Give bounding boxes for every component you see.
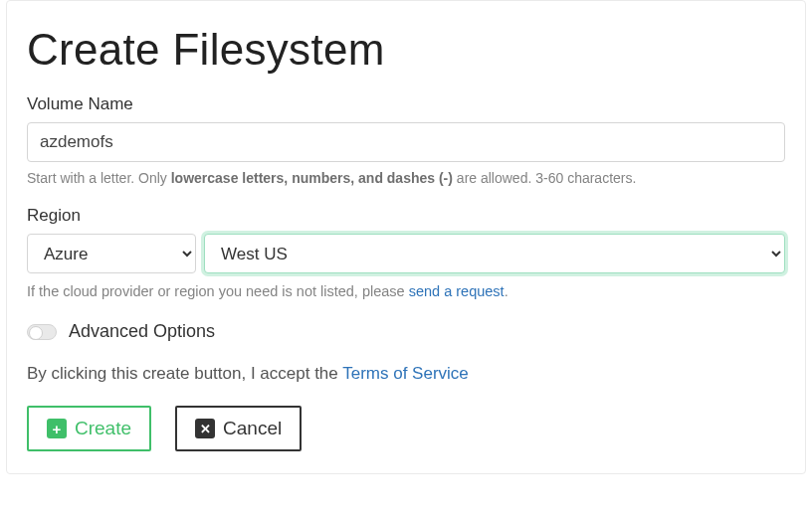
region-label: Region xyxy=(27,206,785,226)
region-row: Azure West US xyxy=(27,234,785,273)
region-help-suffix: . xyxy=(505,283,508,299)
advanced-toggle[interactable] xyxy=(27,324,57,340)
advanced-label: Advanced Options xyxy=(69,321,215,342)
volume-section: Volume Name Start with a letter. Only lo… xyxy=(27,94,785,186)
volume-name-help: Start with a letter. Only lowercase lett… xyxy=(27,170,785,186)
cancel-button[interactable]: ✕ Cancel xyxy=(175,406,302,451)
provider-select[interactable]: Azure xyxy=(27,234,196,273)
page-title: Create Filesystem xyxy=(27,25,785,75)
help-strong: lowercase letters, numbers, and dashes (… xyxy=(171,170,453,186)
cancel-button-label: Cancel xyxy=(223,418,282,439)
create-filesystem-card: Create Filesystem Volume Name Start with… xyxy=(6,0,806,474)
create-button[interactable]: + Create xyxy=(27,406,151,451)
help-prefix: Start with a letter. Only xyxy=(27,170,171,186)
plus-icon: + xyxy=(47,419,67,438)
region-help: If the cloud provider or region you need… xyxy=(27,283,785,299)
advanced-row: Advanced Options xyxy=(27,321,785,342)
send-request-link[interactable]: send a request xyxy=(409,283,505,299)
region-help-prefix: If the cloud provider or region you need… xyxy=(27,283,409,299)
volume-name-label: Volume Name xyxy=(27,94,785,114)
terms-link[interactable]: Terms of Service xyxy=(342,364,469,383)
create-button-label: Create xyxy=(75,418,131,439)
volume-name-input[interactable] xyxy=(27,122,785,162)
region-select[interactable]: West US xyxy=(204,234,785,273)
button-row: + Create ✕ Cancel xyxy=(27,406,785,451)
accept-prefix: By clicking this create button, I accept… xyxy=(27,364,342,383)
accept-line: By clicking this create button, I accept… xyxy=(27,364,785,384)
help-suffix: are allowed. 3-60 characters. xyxy=(453,170,636,186)
region-section: Region Azure West US If the cloud provid… xyxy=(27,206,785,299)
close-icon: ✕ xyxy=(195,419,215,438)
